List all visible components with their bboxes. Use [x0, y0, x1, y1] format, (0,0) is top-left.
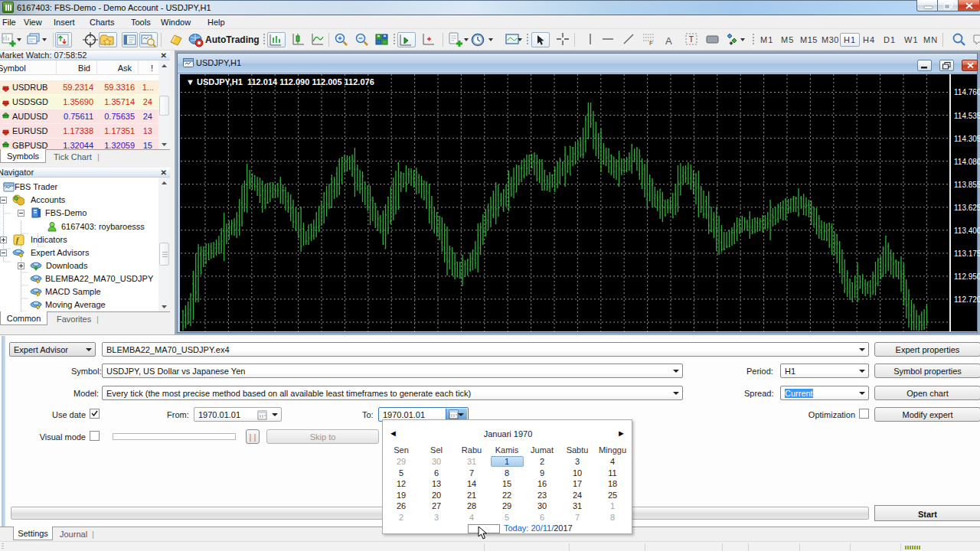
svg-text:T: T — [689, 34, 694, 44]
svg-text:F: F — [649, 40, 653, 47]
